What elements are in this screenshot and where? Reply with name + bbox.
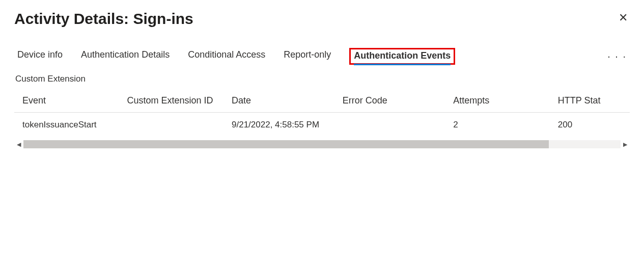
cell-custom-extension-id — [119, 113, 224, 138]
horizontal-scrollbar[interactable]: ◀ ▶ — [14, 140, 630, 149]
panel-subheading: Custom Extension — [14, 74, 630, 84]
col-date[interactable]: Date — [223, 91, 334, 113]
cell-http-stat: 200 — [550, 113, 630, 138]
more-icon[interactable]: · · · — [607, 50, 630, 62]
scroll-right-icon[interactable]: ▶ — [621, 141, 630, 148]
col-error-code[interactable]: Error Code — [334, 91, 445, 113]
highlight-box: Authentication Events — [349, 48, 455, 65]
col-custom-extension-id[interactable]: Custom Extension ID — [119, 91, 224, 113]
table-row[interactable]: tokenIssuanceStart 9/21/2022, 4:58:55 PM… — [14, 113, 630, 138]
cell-error-code — [334, 113, 445, 138]
page-title: Activity Details: Sign-ins — [14, 10, 193, 28]
scroll-track[interactable] — [23, 140, 621, 148]
tab-report-only[interactable]: Report-only — [284, 49, 331, 63]
cell-date: 9/21/2022, 4:58:55 PM — [223, 113, 334, 138]
cell-event: tokenIssuanceStart — [14, 113, 119, 138]
events-table: Event Custom Extension ID Date Error Cod… — [14, 91, 630, 138]
close-icon[interactable]: ✕ — [617, 10, 630, 25]
tab-conditional-access[interactable]: Conditional Access — [188, 49, 265, 63]
tab-authentication-events[interactable]: Authentication Events — [354, 50, 451, 65]
tab-device-info[interactable]: Device info — [17, 49, 63, 63]
col-attempts[interactable]: Attempts — [445, 91, 550, 113]
scroll-left-icon[interactable]: ◀ — [14, 141, 23, 148]
scroll-thumb[interactable] — [23, 140, 549, 148]
tabs: Device info Authentication Details Condi… — [14, 48, 630, 65]
tab-authentication-details[interactable]: Authentication Details — [81, 49, 170, 63]
col-event[interactable]: Event — [14, 91, 119, 113]
col-http-stat[interactable]: HTTP Stat — [550, 91, 630, 113]
cell-attempts: 2 — [445, 113, 550, 138]
